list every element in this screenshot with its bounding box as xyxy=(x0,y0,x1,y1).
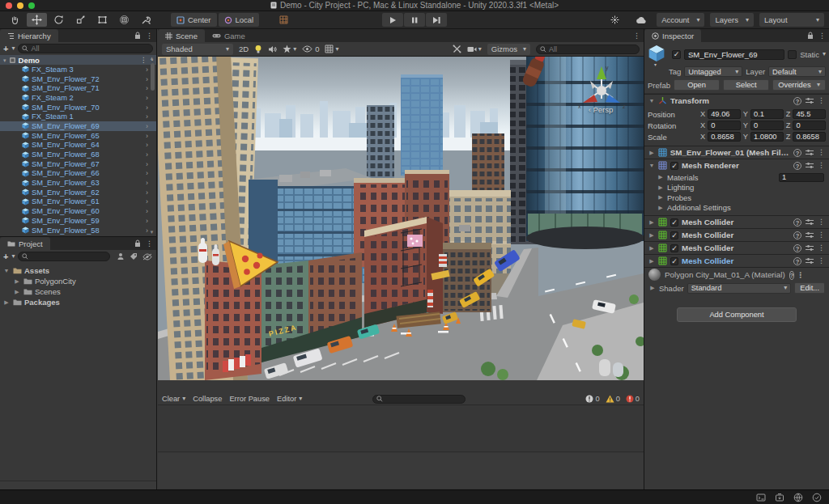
gizmo-persp-button[interactable]: ‹ Persp xyxy=(572,105,629,114)
prefab-open-arrow[interactable]: › xyxy=(146,66,148,74)
presets-icon[interactable] xyxy=(806,257,814,265)
foldout-icon[interactable]: ▶ xyxy=(13,289,21,295)
console-info-toggle[interactable]: 0 xyxy=(585,395,599,403)
scene-grid-settings-icon[interactable] xyxy=(325,44,334,53)
prefab-open-arrow[interactable]: › xyxy=(146,104,148,112)
help-icon[interactable]: ? xyxy=(793,97,801,105)
create-asset-button[interactable]: + xyxy=(3,252,8,261)
account-dropdown[interactable]: Account▾ xyxy=(657,13,704,27)
component-menu-icon[interactable]: ⋮ xyxy=(797,271,804,279)
foldout-icon[interactable]: ▶ xyxy=(648,245,655,252)
y-value-field[interactable]: 0.1 xyxy=(750,109,784,119)
scene-menu-icon[interactable]: ⋮ xyxy=(140,57,147,64)
layer-dropdown[interactable]: Default▾ xyxy=(768,66,826,77)
console-editor-dropdown[interactable]: Editor▾ xyxy=(277,395,302,403)
mesh-renderer-section-row[interactable]: ▶ Additional Settings xyxy=(644,203,829,214)
component-enabled-checkbox[interactable]: ✓ xyxy=(670,218,678,227)
chevron-down-icon[interactable]: ▾ xyxy=(335,46,338,53)
component-menu-icon[interactable]: ⋮ xyxy=(818,231,825,239)
tab-inspector[interactable]: Inspector xyxy=(644,29,701,42)
component-enabled-checkbox[interactable]: ✓ xyxy=(670,257,678,265)
mesh-collider-header[interactable]: ▶ ✓ Mesh Collider ? ⋮ xyxy=(644,228,829,241)
grid-snapping-button[interactable] xyxy=(274,13,294,27)
shader-dropdown[interactable]: Standard▾ xyxy=(687,283,792,294)
foldout-icon[interactable]: ▶ xyxy=(648,219,655,226)
component-enabled-checkbox[interactable]: ✓ xyxy=(670,162,678,170)
foldout-icon[interactable]: ▶ xyxy=(657,194,664,201)
x-value-field[interactable]: 0 xyxy=(708,121,741,130)
object-name-input[interactable] xyxy=(684,49,784,60)
mesh-collider-header[interactable]: ▶ ✓ Mesh Collider ? ⋮ xyxy=(644,215,829,228)
prefab-open-button[interactable]: Open xyxy=(674,79,720,91)
prefab-open-arrow[interactable]: › xyxy=(146,179,148,187)
editor-log-icon[interactable] xyxy=(756,493,766,502)
scene-lighting-icon[interactable] xyxy=(254,44,262,54)
prefab-select-button[interactable]: Select xyxy=(723,79,769,91)
scene-camera-icon[interactable] xyxy=(467,46,477,53)
hierarchy-item[interactable]: SM_Env_Flower_63 › xyxy=(0,178,156,188)
hierarchy-item[interactable]: SM_Env_Flower_67 › xyxy=(0,159,156,169)
prefab-open-arrow[interactable]: › xyxy=(146,217,148,225)
console-searchbox[interactable] xyxy=(372,395,466,404)
hierarchy-item[interactable]: SM_Env_Flower_69 › xyxy=(0,121,156,131)
custom-tool-button[interactable] xyxy=(136,13,156,27)
help-icon[interactable]: ? xyxy=(789,271,795,280)
tag-dropdown[interactable]: Untagged▾ xyxy=(684,66,742,77)
presets-icon[interactable] xyxy=(806,231,814,239)
hierarchy-item[interactable]: SM_Env_Flower_62 › xyxy=(0,188,156,197)
foldout-icon[interactable]: ▼ xyxy=(648,163,655,168)
prefab-open-arrow[interactable]: › xyxy=(146,94,148,102)
component-menu-icon[interactable]: ⋮ xyxy=(818,162,825,169)
mesh-filter-header[interactable]: ▶ SM_Env_Flower_01 (Mesh Filter) ? ⋮ xyxy=(644,146,829,159)
x-value-field[interactable]: 49.06 xyxy=(708,109,741,119)
play-button[interactable] xyxy=(382,13,403,27)
mesh-renderer-header[interactable]: ▼ ✓ Mesh Renderer ? ⋮ xyxy=(644,159,829,172)
foldout-icon[interactable]: ▼ xyxy=(2,268,11,273)
scrollbar-thumb[interactable] xyxy=(151,63,155,91)
console-log-list[interactable] xyxy=(158,405,644,452)
rect-tool-button[interactable] xyxy=(92,13,113,27)
lock-icon[interactable] xyxy=(807,32,814,40)
foldout-icon[interactable]: ▶ xyxy=(657,184,664,191)
tab-hierarchy[interactable]: Hierarchy xyxy=(0,29,58,42)
orientation-mode-button[interactable]: Local xyxy=(219,13,260,27)
hierarchy-item[interactable]: SM_Env_Flower_64 › xyxy=(0,141,156,150)
network-status-icon[interactable] xyxy=(793,493,803,502)
component-menu-icon[interactable]: ⋮ xyxy=(818,218,825,226)
hierarchy-item[interactable]: SM_Env_Flower_68 › xyxy=(0,150,156,159)
status-ok-icon[interactable] xyxy=(812,493,822,502)
foldout-icon[interactable]: ▶ xyxy=(649,285,656,291)
console-error-pause-button[interactable]: Error Pause xyxy=(229,395,270,403)
mesh-collider-header[interactable]: ▶ ✓ Mesh Collider ? ⋮ xyxy=(644,254,829,267)
y-value-field[interactable]: 0 xyxy=(750,121,784,130)
foldout-icon[interactable]: ▶ xyxy=(2,299,11,306)
z-value-field[interactable]: 0 xyxy=(793,121,826,130)
scene-visibility-icon[interactable] xyxy=(302,45,312,53)
section-value-field[interactable]: 1 xyxy=(779,173,824,182)
z-value-field[interactable]: 0.8658 xyxy=(793,132,826,142)
foldout-icon[interactable]: ▶ xyxy=(648,232,655,239)
hierarchy-item[interactable]: SM_Env_Flower_70 › xyxy=(0,103,156,112)
console-log-area[interactable] xyxy=(158,405,644,489)
scene-tools-icon[interactable] xyxy=(453,44,461,53)
layers-dropdown[interactable]: Layers▾ xyxy=(710,13,754,27)
prefab-open-arrow[interactable]: › xyxy=(146,150,148,159)
chevron-down-icon[interactable]: ▾ xyxy=(293,46,296,53)
prefab-open-arrow[interactable]: › xyxy=(146,75,148,83)
presets-icon[interactable] xyxy=(806,244,814,252)
component-menu-icon[interactable]: ⋮ xyxy=(818,244,825,252)
hierarchy-item[interactable]: FX_Steam 3 › xyxy=(0,65,156,74)
component-enabled-checkbox[interactable]: ✓ xyxy=(670,244,678,252)
foldout-icon[interactable]: ▶ xyxy=(648,150,655,156)
import-activity-icon[interactable] xyxy=(775,493,784,502)
cloud-button[interactable] xyxy=(631,13,651,27)
chevron-down-icon[interactable]: ▾ xyxy=(11,253,15,260)
transform-tool-button[interactable] xyxy=(114,13,134,27)
hierarchy-item[interactable]: FX_Steam 2 › xyxy=(0,93,156,103)
foldout-icon[interactable]: ▶ xyxy=(648,258,655,265)
z-value-field[interactable]: 45.5 xyxy=(793,109,826,119)
presets-icon[interactable] xyxy=(806,162,814,169)
transform-component-header[interactable]: ▼ Transform ? ⋮ xyxy=(644,94,829,107)
presets-icon[interactable] xyxy=(806,218,814,226)
project-search-input[interactable] xyxy=(31,252,106,260)
